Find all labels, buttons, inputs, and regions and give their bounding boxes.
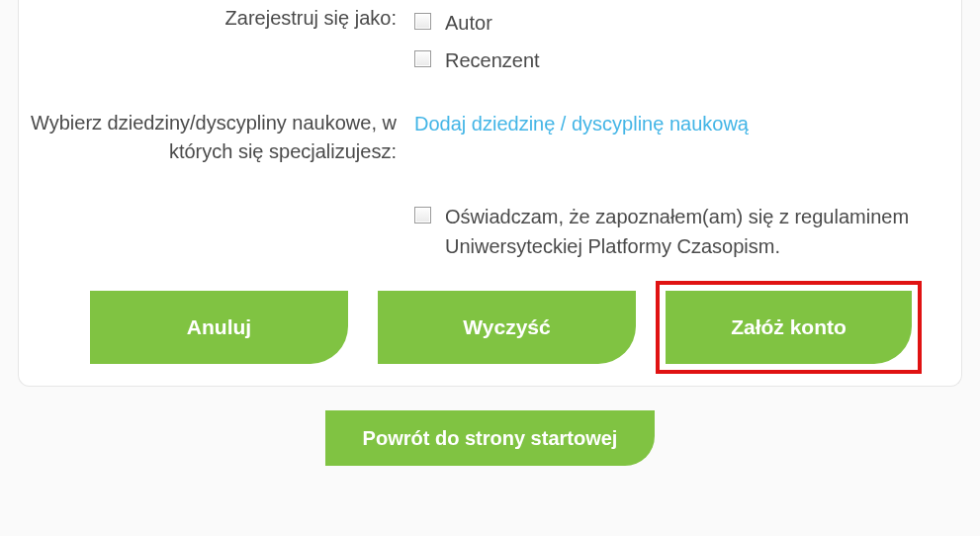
back-button[interactable]: Powrót do strony startowej — [325, 410, 656, 466]
terms-value: Oświadczam, że zapoznałem(am) się z regu… — [414, 198, 961, 269]
create-account-button[interactable]: Załóż konto — [666, 291, 912, 364]
checkbox-icon[interactable] — [414, 207, 431, 223]
checkbox-icon[interactable] — [414, 50, 431, 67]
terms-row: Oświadczam, że zapoznałem(am) się z regu… — [19, 194, 961, 273]
disciplines-label: Wybierz dziedziny/dyscypliny naukowe, w … — [19, 109, 414, 166]
clear-button[interactable]: Wyczyść — [378, 291, 636, 364]
option-reviewer[interactable]: Recenzent — [414, 45, 932, 75]
form-buttons: Anuluj Wyczyść Załóż konto — [19, 273, 961, 364]
option-author-label: Autor — [445, 8, 492, 38]
disciplines-value: Dodaj dziedzinę / dyscyplinę naukową — [414, 109, 961, 138]
disciplines-row: Wybierz dziedziny/dyscypliny naukowe, w … — [19, 105, 961, 170]
option-reviewer-label: Recenzent — [445, 45, 540, 75]
cancel-button[interactable]: Anuluj — [90, 291, 348, 364]
create-highlight: Załóż konto — [656, 281, 922, 374]
register-as-label: Zarejestruj się jako: — [19, 4, 414, 33]
back-row: Powrót do strony startowej — [0, 387, 980, 466]
terms-line[interactable]: Oświadczam, że zapoznałem(am) się z regu… — [414, 202, 932, 261]
add-discipline-link[interactable]: Dodaj dziedzinę / dyscyplinę naukową — [414, 113, 749, 134]
register-as-row: Zarejestruj się jako: Autor Recenzent — [19, 0, 961, 87]
registration-card: Zarejestruj się jako: Autor Recenzent Wy… — [18, 0, 962, 387]
register-as-options: Autor Recenzent — [414, 4, 961, 83]
terms-text: Oświadczam, że zapoznałem(am) się z regu… — [445, 202, 932, 261]
option-author[interactable]: Autor — [414, 8, 932, 38]
checkbox-icon[interactable] — [414, 13, 431, 30]
